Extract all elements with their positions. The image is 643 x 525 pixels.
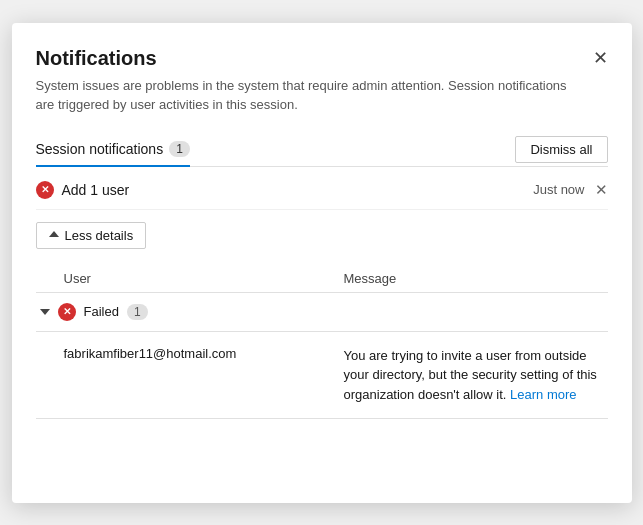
notification-time: Just now [533,182,584,197]
col-user-header: User [64,271,344,286]
chevron-down-icon [40,309,50,315]
failed-error-icon [58,303,76,321]
less-details-button[interactable]: Less details [36,222,147,249]
learn-more-link[interactable]: Learn more [510,387,576,402]
col-message-header: Message [344,271,608,286]
message-text: You are trying to invite a user from out… [344,346,608,405]
tab-session-notifications[interactable]: Session notifications 1 [36,133,190,167]
error-icon [36,181,54,199]
dialog-subtitle: System issues are problems in the system… [36,76,576,115]
failed-count-badge: 1 [127,304,148,320]
notification-title: Add 1 user [62,182,130,198]
notification-item: Add 1 user Just now ✕ [36,167,608,210]
failed-row[interactable]: Failed 1 [36,293,608,332]
notification-close-button[interactable]: ✕ [595,182,608,197]
dismiss-all-button[interactable]: Dismiss all [515,136,607,163]
notifications-dialog: Notifications ✕ System issues are proble… [12,23,632,503]
table-section: User Message Failed 1 fabrikamfiber11@ho… [36,265,608,420]
data-row: fabrikamfiber11@hotmail.com You are tryi… [36,332,608,420]
notif-right: Just now ✕ [533,182,607,197]
user-email: fabrikamfiber11@hotmail.com [64,346,344,361]
failed-label: Failed [84,304,119,319]
chevron-up-icon [49,231,59,237]
tab-badge: 1 [169,141,190,157]
tab-label: Session notifications [36,141,164,157]
tabs-row: Session notifications 1 Dismiss all [36,133,608,167]
dialog-header: Notifications ✕ [36,47,608,70]
less-details-label: Less details [65,228,134,243]
dialog-close-button[interactable]: ✕ [593,49,608,67]
table-header: User Message [36,265,608,293]
notif-left: Add 1 user [36,181,130,199]
dialog-title: Notifications [36,47,157,70]
